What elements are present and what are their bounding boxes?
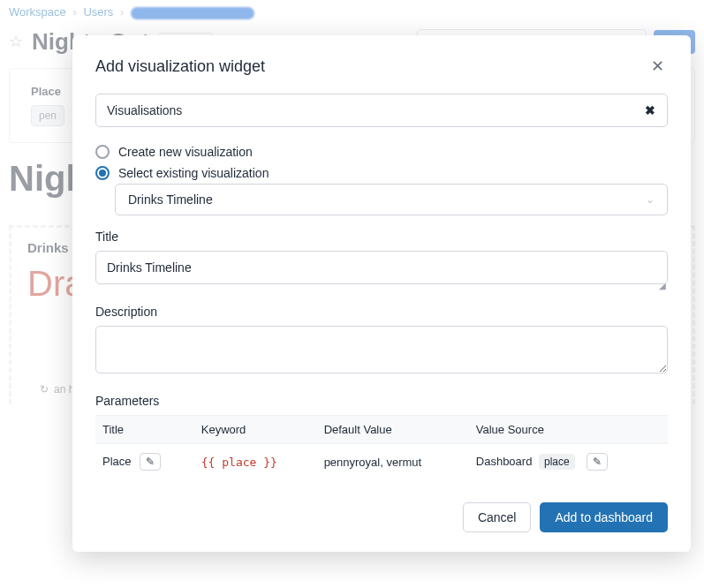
param-keyword: {{ place }}	[201, 456, 277, 469]
edit-title-button[interactable]: ✎	[140, 453, 161, 471]
param-source-prefix: Dashboard	[476, 455, 533, 468]
clear-icon[interactable]: ✖	[645, 103, 655, 117]
table-row: Place ✎ {{ place }} pennyroyal, vermut D…	[95, 444, 668, 480]
param-title: Place	[102, 455, 132, 468]
mode-radio-group: Create new visualization Select existing…	[95, 141, 668, 215]
param-default: pennyroyal, vermut	[324, 456, 422, 469]
visualization-search-input[interactable]	[95, 94, 668, 127]
parameters-table: Title Keyword Default Value Value Source…	[95, 415, 668, 479]
radio-label: Create new visualization	[118, 145, 253, 159]
radio-label: Select existing visualization	[118, 166, 269, 180]
chevron-down-icon: ⌄	[646, 193, 655, 206]
select-value: Drinks Timeline	[128, 192, 213, 207]
existing-visualization-select[interactable]: Drinks Timeline ⌄	[115, 184, 668, 215]
close-icon[interactable]: ✕	[647, 55, 668, 78]
widget-title-input[interactable]	[95, 251, 668, 284]
cancel-button[interactable]: Cancel	[463, 502, 532, 532]
table-header-row: Title Keyword Default Value Value Source	[95, 416, 668, 444]
param-source-badge: place	[539, 454, 575, 470]
modal-title: Add visualization widget	[95, 57, 265, 76]
col-title: Title	[95, 416, 194, 444]
pencil-icon: ✎	[146, 456, 155, 468]
description-input[interactable]	[95, 326, 668, 373]
col-keyword: Keyword	[194, 416, 317, 444]
parameters-label: Parameters	[95, 394, 668, 408]
col-source: Value Source	[469, 416, 668, 444]
edit-source-button[interactable]: ✎	[587, 453, 608, 471]
title-field-label: Title	[95, 230, 668, 244]
add-visualization-modal: Add visualization widget ✕ ✖ Create new …	[72, 35, 691, 552]
pencil-icon: ✎	[593, 456, 602, 468]
col-default: Default Value	[317, 416, 469, 444]
radio-icon	[95, 145, 110, 159]
radio-create-new[interactable]: Create new visualization	[95, 141, 668, 162]
add-to-dashboard-button[interactable]: Add to dashboard	[540, 502, 668, 532]
description-field-label: Description	[95, 305, 668, 319]
radio-icon	[95, 166, 110, 180]
radio-select-existing[interactable]: Select existing visualization	[95, 162, 668, 184]
